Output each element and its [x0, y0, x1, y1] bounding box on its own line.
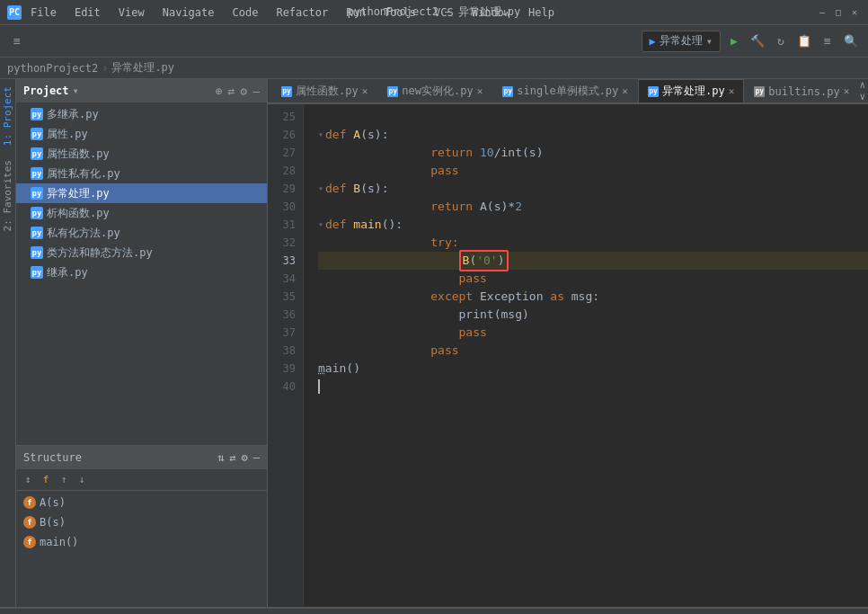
close-button[interactable]: ✕ — [848, 6, 861, 19]
project-title: Project — [23, 85, 69, 97]
struct-item-0[interactable]: f A(s) — [16, 493, 267, 512]
py-file-icon: py — [31, 187, 43, 200]
tree-item-1[interactable]: py 属性.py — [16, 124, 267, 144]
structure-sort-icon[interactable]: ⇅ — [217, 451, 224, 464]
py-file-icon: py — [31, 227, 43, 239]
project-panel: Project ▾ ⊕ ⇄ ⚙ — py 多继承.py py 属性.py — [16, 79, 268, 607]
struct-item-label-2: main() — [40, 536, 78, 548]
line-num-39: 39 — [268, 360, 296, 378]
code-editor[interactable]: 25 26 27 28 29 30 31 32 33 34 35 36 37 3… — [268, 104, 868, 607]
line-num-29: 29 — [268, 180, 296, 198]
menu-navigate[interactable]: Navigate — [159, 4, 218, 21]
py-file-icon: py — [31, 207, 43, 219]
editor-tab-2[interactable]: py single单例模式.py ✕ — [492, 79, 638, 102]
highlighted-call: B('0') — [459, 250, 509, 271]
search-button[interactable]: 🔍 — [841, 31, 861, 51]
structure-header: Structure ⇅ ⇄ ⚙ — — [16, 446, 267, 469]
window-title: pythonProject2 – 异常处理.py — [348, 4, 521, 20]
sidebar-favorites-label[interactable]: 2: Favorites — [0, 153, 15, 238]
reload-button[interactable]: ↻ — [771, 31, 791, 51]
editor-tab-0[interactable]: py 属性函数.py ✕ — [271, 79, 377, 102]
tab-label-2: single单例模式.py — [517, 84, 618, 99]
struct-item-label-1: B(s) — [40, 516, 66, 529]
build-button[interactable]: 🔨 — [748, 31, 767, 51]
editor-tab-3[interactable]: py 异常处理.py ✕ — [638, 79, 744, 102]
structure-minimize-icon[interactable]: — — [253, 451, 260, 464]
struct-down-btn[interactable]: ↓ — [74, 472, 90, 488]
struct-item-label-0: A(s) — [40, 496, 66, 509]
tree-item-2[interactable]: py 属性函数.py — [16, 144, 267, 164]
run-tab-main[interactable]: ▶ 异常处理 ✕ — [40, 610, 121, 615]
tree-item-7[interactable]: py 类方法和静态方法.py — [16, 243, 267, 263]
run-config-selector[interactable]: ▶ 异常处理 ▾ — [642, 31, 721, 52]
project-panel-header: Project ▾ ⊕ ⇄ ⚙ — — [16, 79, 267, 102]
project-minimize-icon[interactable]: — — [252, 85, 260, 98]
struct-sort-alpha-btn[interactable]: ↕ — [20, 472, 36, 488]
bottom-panel: Run: ▶ 异常处理 ✕ ⚙ — ▶ ↑ ↓ ⇄ ≡ ⋯ D:\pythonP… — [0, 607, 868, 614]
tree-item-label-5: 析构函数.py — [47, 206, 110, 221]
menu-file[interactable]: File — [27, 4, 60, 21]
project-settings-icon[interactable]: ⚙ — [240, 85, 247, 98]
tree-item-label-6: 私有化方法.py — [47, 226, 120, 241]
code-line-30: return A(s)*2 — [318, 198, 868, 216]
line-num-26: 26 — [268, 126, 296, 144]
sidebar-project-label[interactable]: 1: Project — [0, 79, 15, 153]
tab-label-4: builtins.py — [768, 85, 839, 98]
tab-close-2[interactable]: ✕ — [622, 85, 628, 97]
project-add-icon[interactable]: ⊕ — [216, 85, 223, 98]
line-numbers: 25 26 27 28 29 30 31 32 33 34 35 36 37 3… — [268, 104, 304, 607]
py-file-icon: py — [31, 108, 43, 120]
tree-item-0[interactable]: py 多继承.py — [16, 104, 267, 124]
tree-item-6[interactable]: py 私有化方法.py — [16, 223, 267, 243]
run-button[interactable]: ▶ — [724, 31, 744, 51]
line-num-40: 40 — [268, 378, 296, 396]
tab-py-icon-3: py — [648, 86, 659, 97]
structure-expand-icon[interactable]: ⇄ — [229, 451, 235, 464]
line-num-28: 28 — [268, 162, 296, 180]
menu-view[interactable]: View — [115, 4, 148, 21]
struct-up-btn[interactable]: ↑ — [56, 472, 72, 488]
menu-edit[interactable]: Edit — [71, 4, 104, 21]
editor-tab-1[interactable]: py new实例化.py ✕ — [377, 79, 492, 102]
minimize-button[interactable]: — — [816, 6, 828, 19]
structure-title: Structure — [23, 451, 82, 464]
menu-help[interactable]: Help — [525, 4, 558, 21]
structure-settings-icon[interactable]: ⚙ — [242, 451, 248, 464]
project-nav-icon[interactable]: ≡ — [7, 31, 27, 51]
breadcrumb-file[interactable]: 异常处理.py — [111, 60, 174, 76]
structure-panel: Structure ⇅ ⇄ ⚙ — ↕ f ↑ ↓ f — [16, 445, 267, 607]
tree-item-5[interactable]: py 析构函数.py — [16, 203, 267, 223]
menu-code[interactable]: Code — [229, 4, 262, 21]
tab-close-1[interactable]: ✕ — [477, 85, 483, 97]
line-num-30: 30 — [268, 198, 296, 216]
code-content[interactable]: ▾def A(s): return 10/int(s) pass ▾def B(… — [304, 104, 868, 607]
project-dropdown-icon: ▾ — [73, 85, 79, 97]
struct-item-2[interactable]: f main() — [16, 532, 267, 552]
func-icon-0: f — [23, 496, 36, 509]
cursor — [318, 379, 320, 394]
breadcrumb-project[interactable]: pythonProject2 — [7, 62, 98, 75]
menu-refactor[interactable]: Refactor — [272, 4, 332, 21]
py-file-icon: py — [31, 167, 43, 180]
run-config-icon: ▶ — [650, 35, 656, 48]
tree-item-3[interactable]: py 属性私有化.py — [16, 164, 267, 183]
tab-close-0[interactable]: ✕ — [362, 85, 368, 97]
tab-py-icon-0: py — [281, 86, 292, 97]
project-tree: py 多继承.py py 属性.py py 属性函数.py py 属性私有化.p… — [16, 102, 267, 445]
coverage-button[interactable]: 📋 — [794, 31, 814, 51]
editor-tab-4[interactable]: py builtins.py ✕ — [744, 79, 859, 102]
py-file-icon: py — [31, 147, 43, 160]
tab-close-4[interactable]: ✕ — [844, 85, 850, 97]
gutter-info: ▲7 ✓1 ∧ ∨ — [859, 79, 868, 102]
tree-item-4[interactable]: py 异常处理.py — [16, 183, 267, 203]
maximize-button[interactable]: □ — [832, 6, 845, 19]
struct-item-1[interactable]: f B(s) — [16, 512, 267, 532]
project-sync-icon[interactable]: ⇄ — [228, 85, 235, 98]
profile-button[interactable]: ≡ — [818, 31, 837, 51]
run-config-dropdown-icon: ▾ — [706, 35, 713, 48]
tree-item-8[interactable]: py 继承.py — [16, 263, 267, 282]
main-layout: 1: Project 2: Favorites Project ▾ ⊕ ⇄ ⚙ … — [0, 79, 868, 607]
struct-filter-f-btn[interactable]: f — [38, 472, 54, 488]
line-num-35: 35 — [268, 288, 296, 306]
tab-close-3[interactable]: ✕ — [729, 85, 735, 97]
